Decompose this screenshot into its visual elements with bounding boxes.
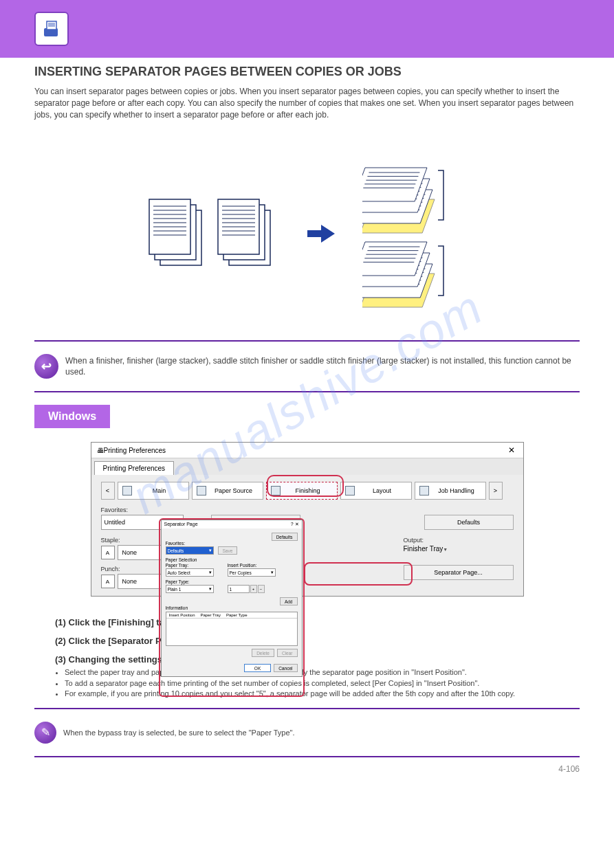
punch-icon: A <box>101 575 115 588</box>
step-1-title: (1) Click the [Finishing] tab. <box>55 617 559 627</box>
page-header <box>0 0 614 58</box>
tab-paper-source[interactable]: Paper Source <box>192 482 263 500</box>
layout-icon <box>345 486 355 496</box>
section-title: INSERTING SEPARATOR PAGES BETWEEN COPIES… <box>34 65 580 79</box>
os-badge: Windows <box>34 405 110 428</box>
popup-favorites-select[interactable]: Defaults▾ <box>166 546 214 555</box>
favorites-label: Favorites: <box>101 507 514 513</box>
popup-add-button[interactable]: Add <box>280 597 298 605</box>
output-select[interactable]: Finisher Tray▼ <box>404 545 486 553</box>
output-label: Output: <box>404 537 514 544</box>
back-icon <box>34 354 58 379</box>
svg-rect-1 <box>47 21 56 30</box>
page-number: 4-106 <box>34 764 580 774</box>
job-icon <box>419 486 429 496</box>
note-text: When the bypass tray is selected, be sur… <box>63 728 295 737</box>
staple-icon: A <box>101 546 115 559</box>
popup-paper-type-select[interactable]: Plain 1▾ <box>166 585 214 593</box>
tab-job-handling[interactable]: Job Handling <box>415 482 486 500</box>
home-icon <box>122 486 132 496</box>
popup-ok-button[interactable]: OK <box>244 664 271 672</box>
tab-layout[interactable]: Layout <box>340 482 412 500</box>
popup-qty-input[interactable]: 1 <box>228 585 250 593</box>
popup-paper-tray-select[interactable]: Auto Select▾ <box>166 568 214 577</box>
popup-insert-position-select[interactable]: Per Copies▾ <box>228 568 276 577</box>
window-titlebar: 🖶 Printing Preferences ✕ <box>91 443 523 458</box>
svg-marker-27 <box>307 225 335 243</box>
defaults-button[interactable]: Defaults <box>424 515 514 530</box>
tab-main[interactable]: Main <box>118 482 189 500</box>
popup-delete-button[interactable]: Delete <box>252 649 274 657</box>
step-3-title: (3) Changing the settings <box>55 654 559 665</box>
printer-icon: 🖶 <box>97 447 104 454</box>
note-icon <box>34 722 56 744</box>
tab-finishing[interactable]: Finishing <box>266 482 338 500</box>
tabs-prev-button[interactable]: < <box>101 482 115 500</box>
popup-qty-down[interactable]: − <box>258 585 265 593</box>
illustration <box>34 134 580 333</box>
step-2-title: (2) Click the [Separator Page] button. <box>55 636 559 646</box>
popup-info-list: Insert PositionPaper TrayPaper Type <box>166 612 298 646</box>
step-3-list: Select the paper tray and paper type fro… <box>65 667 559 699</box>
printer-section-icon <box>34 12 69 46</box>
finishing-icon <box>271 486 281 496</box>
close-icon[interactable]: ✕ <box>505 445 518 455</box>
dialog-screenshot: 🖶 Printing Preferences ✕ Printing Prefer… <box>91 442 524 597</box>
popup-clear-button[interactable]: Clear <box>277 649 298 657</box>
popup-qty-up[interactable]: + <box>250 585 257 593</box>
separator-page-button[interactable]: Separator Page... <box>404 565 514 580</box>
popup-help-icon[interactable]: ? <box>291 522 294 527</box>
separator-page-popup: Separator Page? ✕ Defaults Favorites: De… <box>161 520 303 677</box>
intro-text: You can insert separator pages between c… <box>34 86 580 120</box>
popup-defaults-button[interactable]: Defaults <box>272 533 298 541</box>
back-note: When a finisher, finisher (large stacker… <box>65 355 580 379</box>
tabs-next-button[interactable]: > <box>489 482 503 500</box>
popup-close-icon[interactable]: ✕ <box>295 522 299 527</box>
popup-save-button[interactable]: Save <box>218 546 238 555</box>
tab-printing-preferences[interactable]: Printing Preferences <box>94 461 175 475</box>
popup-cancel-button[interactable]: Cancel <box>274 664 297 672</box>
tray-icon <box>197 486 206 496</box>
